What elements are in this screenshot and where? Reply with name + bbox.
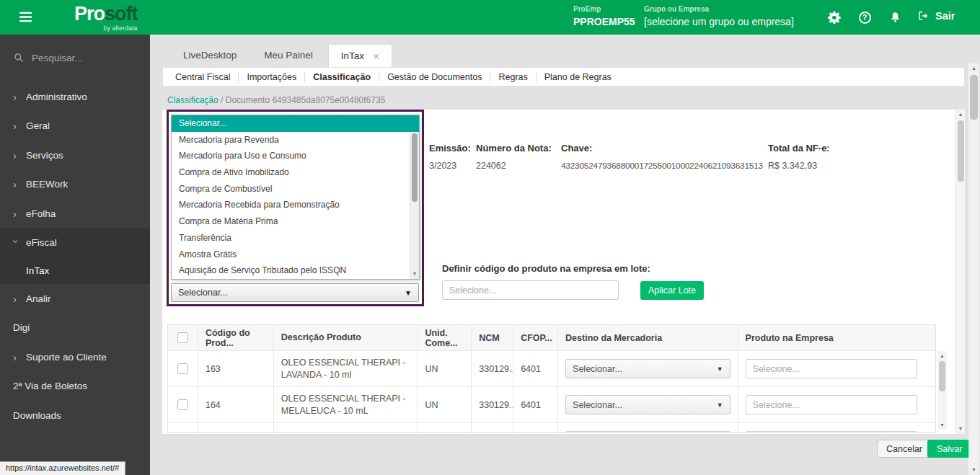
- info-emissao-value: 3/2023: [429, 161, 471, 171]
- tab-meu-painel[interactable]: Meu Painel: [252, 44, 325, 67]
- table-scrollbar[interactable]: ▲ ▼: [937, 351, 947, 430]
- subnav-gestao-documentos[interactable]: Gestão de Documentos: [379, 72, 490, 82]
- question-mark-glyph: ?: [859, 12, 871, 24]
- sidebar-item-digi[interactable]: Digi: [0, 314, 150, 343]
- subnav-plano-de-regras[interactable]: Plano de Regras: [537, 72, 619, 82]
- sidebar-item-label: Geral: [26, 120, 50, 131]
- info-chave-value: 4323052479368800017255001000224062109363…: [561, 161, 763, 171]
- dropdown-scrollbar[interactable]: ▼: [410, 132, 419, 279]
- table-header-row: Código do Prod... Descrição Produto Unid…: [168, 325, 935, 351]
- destino-mercadoria-select[interactable]: Selecionar... ▼: [565, 359, 730, 378]
- row-checkbox[interactable]: [177, 363, 188, 374]
- notifications-bell-icon[interactable]: [887, 9, 903, 25]
- group-company-selector[interactable]: Grupo ou Empresa [selecione um grupo ou …: [644, 5, 794, 27]
- sidebar-item-efiscal[interactable]: ›eFiscal: [0, 228, 150, 258]
- subnav-importacoes[interactable]: Importações: [239, 72, 305, 82]
- group-value: [selecione um grupo ou empresa]: [644, 16, 794, 27]
- content-panel: Emissão: 3/2023 Número da Nota: 224062 C…: [162, 110, 965, 434]
- batch-product-input[interactable]: [442, 280, 619, 300]
- cell-descricao: OLEO ESSENCIAL THERAPI -: [274, 423, 418, 433]
- sidebar-item-label: InTax: [26, 265, 49, 276]
- scroll-up-icon[interactable]: ▲: [956, 110, 965, 119]
- dropdown-option[interactable]: Transferência: [172, 230, 419, 247]
- cell-unidade: UN: [418, 351, 472, 386]
- scroll-up-icon[interactable]: ▲: [968, 64, 979, 73]
- header-destino: Destino da Mercadoria: [558, 325, 738, 350]
- select-value: Selecionar...: [573, 400, 622, 410]
- sidebar-item-analir[interactable]: ›Analir: [0, 284, 150, 314]
- apply-batch-button[interactable]: Aplicar Lote: [640, 281, 704, 300]
- scrollbar-thumb[interactable]: [970, 75, 978, 120]
- cell-codigo: [198, 423, 274, 433]
- sidebar-item-servicos[interactable]: ›Serviços: [0, 141, 150, 170]
- sidebar-item-downloads[interactable]: Downloads: [0, 401, 150, 430]
- destino-collapsed-select[interactable]: Selecionar... ▼: [171, 283, 419, 302]
- select-all-checkbox[interactable]: [177, 332, 188, 343]
- cell-descricao: OLEO ESSENCIAL THERAPI - LAVANDA - 10 ml: [274, 351, 418, 386]
- dropdown-option[interactable]: Compra de Ativo Imobilizado: [172, 164, 419, 181]
- scroll-down-icon[interactable]: ▼: [937, 421, 947, 430]
- header-unidade: Unid. Come...: [418, 325, 472, 350]
- scrollbar-thumb[interactable]: [412, 133, 418, 202]
- breadcrumb-link[interactable]: Classificação: [167, 95, 218, 105]
- sidebar-item-label: eFolha: [26, 208, 56, 219]
- sidebar: Pesquisar... ›Administrativo ›Geral ›Ser…: [0, 35, 150, 475]
- chevron-right-icon: ›: [13, 178, 19, 190]
- cancel-button[interactable]: Cancelar: [877, 440, 932, 458]
- cell-cfop: 6401: [513, 351, 558, 386]
- row-checkbox[interactable]: [177, 399, 188, 410]
- dropdown-option[interactable]: Compra de Combustível: [172, 181, 419, 197]
- sidebar-item-suporte-ao-cliente[interactable]: ›Suporte ao Cliente: [0, 342, 150, 372]
- sidebar-item-2via-boletos[interactable]: 2ª Via de Boletos: [0, 372, 150, 401]
- dropdown-option[interactable]: Mercadoria para Revenda: [172, 132, 419, 148]
- proemp-selector[interactable]: ProEmp PPROEMP55: [573, 5, 635, 27]
- destino-mercadoria-select[interactable]: Selecionar... ▼: [565, 431, 730, 433]
- help-icon[interactable]: ?: [857, 9, 873, 25]
- sidebar-item-beework[interactable]: ›BEEWork: [0, 170, 150, 200]
- subnav-regras[interactable]: Regras: [490, 72, 536, 82]
- sidebar-search-input[interactable]: Pesquisar...: [0, 42, 150, 74]
- hamburger-menu-icon[interactable]: [19, 12, 32, 25]
- subnav-classificacao[interactable]: Classificação: [305, 72, 379, 82]
- page-scrollbar[interactable]: ▲ ▼: [968, 63, 979, 475]
- dropdown-option-selected[interactable]: Selecionar...: [172, 115, 419, 132]
- sidebar-item-label: Suporte ao Cliente: [26, 352, 107, 363]
- search-icon: [14, 53, 24, 63]
- produto-empresa-input[interactable]: [746, 431, 917, 433]
- dropdown-option[interactable]: Mercadoria para Uso e Consumo: [172, 148, 419, 164]
- scroll-up-icon[interactable]: ▲: [937, 352, 947, 360]
- panel-scrollbar[interactable]: ▲ ▼: [955, 110, 965, 434]
- sidebar-item-geral[interactable]: ›Geral: [0, 112, 150, 141]
- scrollbar-thumb[interactable]: [958, 120, 964, 182]
- produto-empresa-input[interactable]: [746, 359, 917, 378]
- chevron-right-icon: ›: [13, 91, 19, 103]
- produto-empresa-input[interactable]: [746, 395, 917, 414]
- info-numero-label: Número da Nota:: [476, 143, 552, 154]
- scrollbar-thumb[interactable]: [939, 361, 945, 391]
- tab-intax[interactable]: InTax ×: [328, 44, 392, 67]
- sidebar-item-administrativo[interactable]: ›Administrativo: [0, 82, 150, 112]
- subnav-central-fiscal[interactable]: Central Fiscal: [167, 72, 239, 82]
- tab-livedesktop[interactable]: LiveDesktop: [171, 44, 249, 67]
- info-emissao-label: Emissão:: [429, 143, 471, 154]
- table-row: 164 OLEO ESSENCIAL THERAPI - MELALEUCA -…: [168, 387, 935, 423]
- scroll-down-icon[interactable]: ▼: [956, 425, 965, 433]
- logout-button[interactable]: Sair: [917, 10, 955, 22]
- prosoft-logo[interactable]: Prosoft by alterdata: [74, 4, 138, 32]
- dropdown-option[interactable]: Amostra Grátis: [172, 247, 419, 263]
- sidebar-item-label: Downloads: [13, 410, 61, 421]
- sidebar-item-intax[interactable]: InTax: [0, 257, 150, 284]
- destino-mercadoria-select[interactable]: Selecionar... ▼: [565, 395, 730, 414]
- dropdown-option[interactable]: Aquisição de Serviço Tributado pelo ISSQ…: [172, 262, 419, 279]
- info-total-label: Total da NF-e:: [768, 143, 830, 154]
- save-button[interactable]: Salvar: [927, 440, 971, 458]
- settings-gear-icon[interactable]: [826, 9, 842, 25]
- sidebar-item-efolha[interactable]: ›eFolha: [0, 199, 150, 228]
- scroll-down-icon[interactable]: ▼: [410, 270, 419, 278]
- close-icon[interactable]: ×: [373, 50, 379, 61]
- dropdown-option[interactable]: Compra de Matéria Prima: [172, 213, 419, 230]
- dropdown-option[interactable]: Mercadoria Recebida para Demonstração: [172, 197, 419, 213]
- logout-icon: [917, 10, 930, 22]
- browser-status-bar: https://intax.azurewebsites.net/#: [0, 461, 125, 475]
- scroll-down-icon[interactable]: ▼: [968, 466, 979, 474]
